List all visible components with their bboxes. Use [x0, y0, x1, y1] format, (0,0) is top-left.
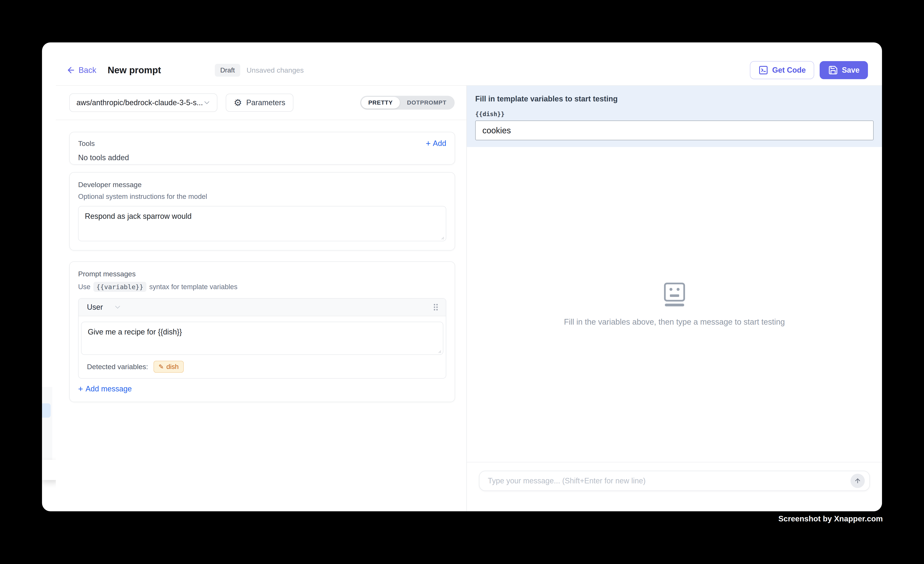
chat-input-section — [467, 462, 882, 511]
add-tool-label: Add — [433, 139, 446, 148]
tools-empty-text: No tools added — [78, 153, 446, 162]
variable-badge-label: dish — [166, 363, 179, 370]
chevron-down-icon — [113, 303, 122, 311]
editor-cards: Tools + Add No tools added Developer mes… — [56, 120, 466, 402]
detected-variables-label: Detected variables: — [87, 363, 148, 371]
model-selector[interactable]: aws/anthropic/bedrock-claude-3-5-s... — [69, 93, 218, 112]
arrow-left-icon — [66, 66, 76, 75]
variable-syntax-chip: {{variable}} — [93, 282, 146, 292]
tester-panel: Fill in template variables to start test… — [467, 86, 882, 511]
pencil-icon: ✎ — [159, 363, 164, 370]
developer-message-subtitle: Optional system instructions for the mod… — [78, 192, 446, 201]
robot-icon — [664, 283, 685, 307]
plus-icon: + — [78, 385, 83, 393]
prompt-messages-title: Prompt messages — [78, 270, 446, 278]
terminal-icon — [758, 65, 768, 75]
role-selector-value: User — [87, 303, 103, 312]
model-toolbar: aws/anthropic/bedrock-claude-3-5-s... ⚙ … — [56, 86, 466, 120]
prompt-messages-subtitle: Use {{variable}} syntax for template var… — [78, 282, 446, 292]
chat-message-input[interactable] — [479, 477, 869, 485]
message-content-input[interactable]: Give me a recipe for {{dish}} — [81, 322, 443, 355]
arrow-up-icon — [854, 477, 861, 484]
prompt-messages-card: Prompt messages Use {{variable}} syntax … — [69, 261, 455, 402]
tools-card: Tools + Add No tools added — [69, 132, 455, 165]
variable-name-label: {{dish}} — [475, 111, 874, 118]
resize-grip-icon[interactable] — [436, 348, 442, 354]
get-code-label: Get Code — [772, 66, 806, 75]
get-code-button[interactable]: Get Code — [750, 61, 814, 79]
chat-empty-state: Fill in the variables above, then type a… — [467, 147, 882, 462]
send-button[interactable] — [850, 474, 865, 488]
chat-input-container — [479, 471, 870, 491]
developer-message-card: Developer message Optional system instru… — [69, 172, 455, 250]
parameters-button[interactable]: ⚙ Parameters — [226, 94, 293, 112]
gear-icon: ⚙ — [234, 98, 242, 107]
chat-empty-text: Fill in the variables above, then type a… — [564, 318, 785, 327]
resize-grip-icon[interactable] — [439, 234, 445, 240]
back-label: Back — [78, 66, 96, 75]
header: Back New prompt Draft Unsaved changes Ge… — [56, 42, 882, 86]
role-selector[interactable]: User — [87, 303, 122, 312]
save-button[interactable]: Save — [820, 61, 868, 79]
chevron-down-icon — [202, 99, 211, 107]
detected-variables-row: Detected variables: ✎ dish — [78, 356, 446, 378]
view-mode-toggle: PRETTY DOTPROMPT — [360, 96, 454, 110]
page-title: New prompt — [108, 65, 161, 75]
sidebar-active-item-fragment[interactable] — [42, 404, 51, 418]
message-body: Give me a recipe for {{dish}} — [78, 316, 446, 356]
save-icon — [828, 65, 838, 75]
status-badge: Draft — [215, 64, 240, 76]
parameters-label: Parameters — [246, 98, 285, 107]
plus-icon: + — [426, 139, 431, 148]
back-button[interactable]: Back — [66, 66, 96, 75]
subtitle-prefix: Use — [78, 283, 90, 291]
drag-handle-icon[interactable] — [432, 302, 440, 312]
message-block: User — [78, 298, 446, 379]
tools-title: Tools — [78, 140, 95, 148]
add-message-label: Add message — [86, 384, 132, 393]
app-window: Back New prompt Draft Unsaved changes Ge… — [42, 42, 882, 511]
variable-badge-dish[interactable]: ✎ dish — [153, 361, 184, 373]
tester-variables-section: Fill in template variables to start test… — [467, 86, 882, 147]
unsaved-changes-text: Unsaved changes — [246, 66, 304, 74]
tester-title: Fill in template variables to start test… — [475, 94, 874, 103]
developer-message-input[interactable]: Respond as jack sparrow would — [78, 206, 446, 241]
add-message-button[interactable]: + Add message — [78, 384, 446, 393]
subtitle-suffix: syntax for template variables — [149, 283, 237, 291]
developer-message-title: Developer message — [78, 181, 446, 189]
toggle-option-pretty[interactable]: PRETTY — [361, 97, 400, 108]
message-header: User — [78, 298, 446, 316]
toggle-option-dotprompt[interactable]: DOTPROMPT — [400, 97, 454, 108]
variable-value-input[interactable] — [475, 120, 874, 140]
model-selector-value: aws/anthropic/bedrock-claude-3-5-s... — [76, 98, 202, 107]
screenshot-stage: Back New prompt Draft Unsaved changes Ge… — [0, 0, 924, 564]
add-tool-button[interactable]: + Add — [426, 139, 446, 148]
save-label: Save — [842, 66, 860, 75]
watermark-credit: Screenshot by Xnapper.com — [778, 514, 883, 523]
editor-panel: aws/anthropic/bedrock-claude-3-5-s... ⚙ … — [56, 86, 467, 511]
sidebar-fragment — [42, 387, 52, 465]
